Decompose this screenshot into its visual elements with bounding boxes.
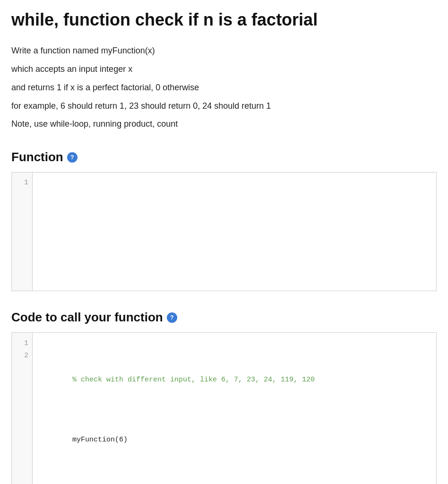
description-block: Write a function named myFunction(x) whi… xyxy=(11,44,437,131)
call-help-icon[interactable]: ? xyxy=(167,312,177,323)
call-line-number-2: 2 xyxy=(16,350,28,362)
function-section-title: Function xyxy=(11,150,63,164)
call-section: Code to call your function ? 1 2 % check… xyxy=(11,310,437,484)
function-help-icon[interactable]: ? xyxy=(67,152,78,163)
page-title: while, function check if n is a factoria… xyxy=(11,9,437,30)
call-code-content: % check with different input, like 6, 7,… xyxy=(33,333,320,484)
function-section-header: Function ? xyxy=(11,150,437,164)
call-section-header: Code to call your function ? xyxy=(11,310,437,325)
description-line1: Write a function named myFunction(x) xyxy=(11,44,437,58)
call-section-title: Code to call your function xyxy=(11,310,163,325)
line-number-1: 1 xyxy=(16,177,28,189)
call-code-comment: % check with different input, like 6, 7,… xyxy=(72,376,315,384)
call-code-line-1: % check with different input, like 6, 7,… xyxy=(38,362,315,398)
call-code-line-2: myFunction(6) xyxy=(38,422,315,458)
description-line3: and returns 1 if x is a perfect factoria… xyxy=(11,81,437,95)
function-editor: 1 xyxy=(11,172,437,291)
description-line2: which accepts an input integer x xyxy=(11,62,437,76)
call-line-number-1: 1 xyxy=(16,337,28,350)
description-line5: Note, use while-loop, running product, c… xyxy=(11,117,437,131)
description-line4: for example, 6 should return 1, 23 shoul… xyxy=(11,99,437,113)
function-section: Function ? 1 xyxy=(11,150,437,291)
call-code-display: 1 2 % check with different input, like 6… xyxy=(11,332,437,484)
function-code-input[interactable] xyxy=(33,173,436,291)
function-editor-line-numbers: 1 xyxy=(12,173,33,291)
call-line-numbers: 1 2 xyxy=(12,333,33,484)
call-code-normal: myFunction(6) xyxy=(72,436,128,444)
